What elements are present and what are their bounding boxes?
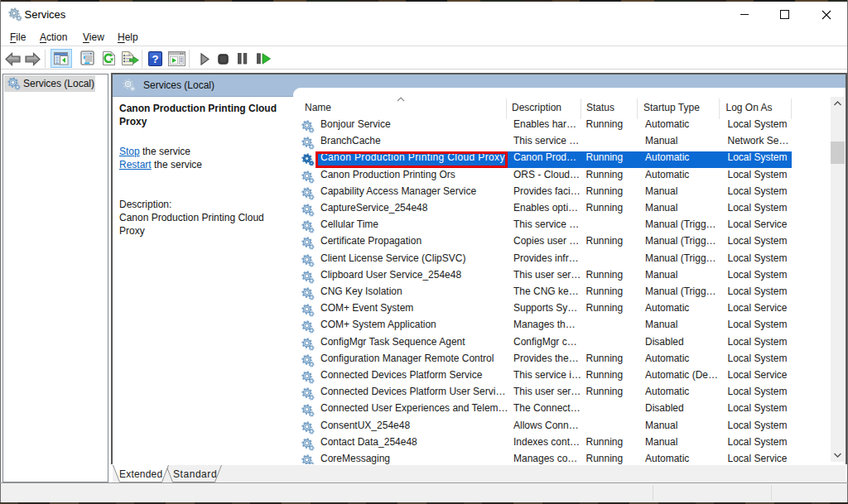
svg-text:Extended: Extended [119,468,162,480]
svg-text:?: ? [152,53,159,65]
svg-text:Standard: Standard [173,468,217,480]
